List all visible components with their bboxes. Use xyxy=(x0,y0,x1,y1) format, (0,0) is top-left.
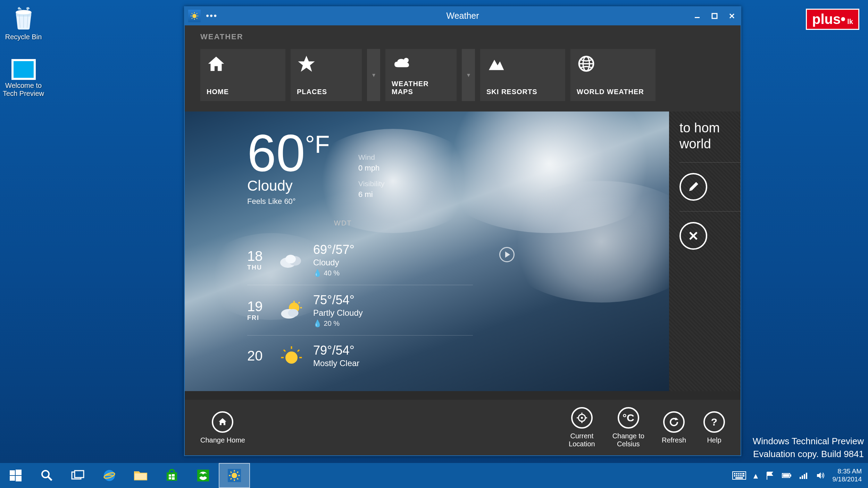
svg-rect-80 xyxy=(802,475,803,479)
tray-chevron-icon[interactable]: ▴ xyxy=(753,470,758,481)
nav-tiles: HOME PLACES ▾ WEATHER MAPS ▾ SKI RESORTS… xyxy=(200,49,725,101)
svg-line-9 xyxy=(197,13,197,14)
content-area: 60°F Cloudy Feels Like 60° Wind 0 mph Vi… xyxy=(185,111,741,391)
change-home-button[interactable]: Change Home xyxy=(200,411,245,444)
data-provider: WDT xyxy=(334,219,352,227)
svg-rect-81 xyxy=(804,474,805,479)
places-dropdown[interactable]: ▾ xyxy=(367,49,380,101)
start-button[interactable] xyxy=(0,463,31,488)
current-location-button[interactable]: Current Location xyxy=(569,407,595,448)
svg-line-7 xyxy=(197,18,197,19)
condition-text: Cloudy xyxy=(247,177,330,194)
svg-point-41 xyxy=(42,471,49,478)
svg-rect-70 xyxy=(734,475,735,477)
sunny-icon xyxy=(278,346,313,365)
forecast-date: 19 xyxy=(247,299,278,314)
weather-taskbar-button[interactable] xyxy=(219,463,250,488)
forecast-precip: 💧 20 % xyxy=(313,319,363,328)
recycle-bin[interactable]: Recycle Bin xyxy=(2,3,45,41)
tile-weather-maps[interactable]: WEATHER MAPS xyxy=(385,49,457,101)
svg-rect-71 xyxy=(736,475,737,477)
forecast-list: 18THU 69°/57° Cloudy 💧 40 % 19FRI 75°/54… xyxy=(247,235,473,376)
pencil-icon xyxy=(679,173,707,201)
visibility-label: Visibility xyxy=(358,180,384,188)
date: 9/18/2014 xyxy=(832,475,862,483)
ie-taskbar-button[interactable] xyxy=(94,463,125,488)
store-taskbar-button[interactable] xyxy=(156,463,187,488)
svg-line-60 xyxy=(231,472,232,473)
svg-rect-74 xyxy=(742,475,744,477)
svg-point-32 xyxy=(581,417,583,419)
network-icon[interactable] xyxy=(799,471,809,480)
svg-rect-51 xyxy=(169,477,171,479)
svg-rect-67 xyxy=(738,473,740,474)
battery-icon[interactable] xyxy=(782,472,792,479)
app-menu-button[interactable]: ••• xyxy=(206,10,217,21)
svg-line-63 xyxy=(237,472,238,473)
svg-rect-66 xyxy=(736,473,737,474)
weather-maps-dropdown[interactable]: ▾ xyxy=(462,49,475,101)
forecast-day[interactable]: 18THU 69°/57° Cloudy 💧 40 % xyxy=(247,235,473,285)
svg-line-22 xyxy=(299,302,300,303)
svg-line-29 xyxy=(298,350,299,351)
task-view-button[interactable] xyxy=(62,463,94,488)
windows-watermark: Windows Technical Preview Evaluation cop… xyxy=(753,435,864,460)
svg-line-62 xyxy=(231,478,232,479)
app-icon[interactable] xyxy=(188,10,201,22)
titlebar[interactable]: ••• Weather xyxy=(185,6,741,25)
feels-like: Feels Like 60° xyxy=(247,197,330,206)
forecast-precip: 💧 40 % xyxy=(313,269,354,277)
weather-details: Wind 0 mph Visibility 6 mi xyxy=(358,153,384,206)
tile-ski-resorts[interactable]: SKI RESORTS xyxy=(480,49,565,101)
forecast-desc: Cloudy xyxy=(313,258,354,267)
tile-places[interactable]: PLACES xyxy=(291,49,362,101)
search-button[interactable] xyxy=(31,463,62,488)
target-icon xyxy=(571,407,593,429)
xbox-taskbar-button[interactable] xyxy=(187,463,219,488)
clock[interactable]: 8:35 AM 9/18/2014 xyxy=(832,468,862,483)
play-button[interactable] xyxy=(499,247,515,262)
change-celsius-button[interactable]: °C Change to Celsius xyxy=(612,407,644,448)
keyboard-icon[interactable] xyxy=(732,470,746,481)
time: 8:35 AM xyxy=(832,468,862,475)
celsius-icon: °C xyxy=(618,407,639,429)
tip-close-row[interactable] xyxy=(679,220,741,251)
forecast-date: 20 xyxy=(247,348,278,364)
forecast-hilo: 69°/57° xyxy=(313,242,354,257)
svg-rect-78 xyxy=(783,474,789,477)
home-icon xyxy=(207,54,279,75)
tips-panel: to homworld xyxy=(669,111,741,391)
clouds-icon xyxy=(392,54,450,75)
recycle-bin-icon xyxy=(10,3,37,31)
button-label: Change to Celsius xyxy=(612,432,644,448)
help-button[interactable]: ? Help xyxy=(703,411,725,444)
svg-rect-68 xyxy=(740,473,742,474)
explorer-taskbar-button[interactable] xyxy=(125,463,156,488)
plus-lk-logo: plus•lk xyxy=(806,9,859,30)
svg-rect-77 xyxy=(790,474,791,477)
tile-label: WORLD WEATHER xyxy=(577,88,649,96)
svg-rect-72 xyxy=(738,475,740,477)
maximize-button[interactable] xyxy=(706,6,723,25)
window-title: Weather xyxy=(446,11,479,21)
windows-flag-icon xyxy=(11,59,36,80)
svg-point-24 xyxy=(288,309,299,317)
close-button[interactable] xyxy=(723,6,741,25)
tip-edit-row[interactable] xyxy=(679,171,741,202)
svg-rect-39 xyxy=(10,476,15,481)
forecast-day[interactable]: 20 79°/54° Mostly Clear xyxy=(247,336,473,376)
forecast-day[interactable]: 19FRI 75°/54° Partly Cloudy 💧 20 % xyxy=(247,285,473,336)
tile-home[interactable]: HOME xyxy=(200,49,285,101)
tile-world-weather[interactable]: WORLD WEATHER xyxy=(570,49,656,101)
refresh-button[interactable]: Refresh xyxy=(662,411,686,444)
tech-preview-shortcut[interactable]: Welcome to Tech Preview xyxy=(2,59,45,98)
flag-icon[interactable] xyxy=(765,471,775,480)
taskbar[interactable]: ▴ 8:35 AM 9/18/2014 xyxy=(0,463,868,488)
svg-point-18 xyxy=(285,255,296,263)
volume-icon[interactable] xyxy=(816,471,825,480)
svg-point-12 xyxy=(404,58,409,63)
button-label: Current Location xyxy=(569,432,595,448)
weather-window: ••• Weather WEATHER HOME PLACES ▾ WEATHE… xyxy=(184,6,741,456)
minimize-button[interactable] xyxy=(688,6,706,25)
forecast-hilo: 75°/54° xyxy=(313,293,363,307)
